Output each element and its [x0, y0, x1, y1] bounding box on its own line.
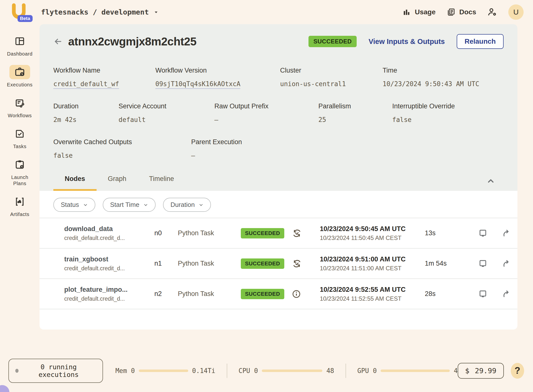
- user-settings-button[interactable]: [487, 7, 497, 17]
- tab-graph[interactable]: Graph: [97, 175, 138, 191]
- node-name-cell[interactable]: download_data credit_default.credit_d...: [64, 225, 154, 241]
- execution-title: atnnx2cwgmjx8m2cht25: [68, 35, 196, 48]
- table-row[interactable]: train_xgboost credit_default.credit_d...…: [40, 249, 517, 279]
- node-time-cell: 10/23/2024 9:50:45 AM UTC 10/23/2024 11:…: [320, 225, 425, 241]
- top-bar: Beta flytesnacks / development Usage: [0, 0, 533, 24]
- sidebar-label-workflows: Workflows: [8, 113, 32, 119]
- running-executions-button[interactable]: 0 running executions: [8, 359, 103, 383]
- monitor-icon: [478, 228, 488, 238]
- task-type: Python Task: [178, 290, 241, 298]
- info-icon[interactable]: [291, 289, 320, 299]
- relaunch-button[interactable]: Relaunch: [457, 34, 504, 49]
- chevron-down-icon: [199, 202, 204, 207]
- filter-start-time[interactable]: Start Time: [103, 198, 156, 212]
- status-badge: SUCCEEDED: [241, 258, 284, 269]
- detail-duration: Duration 2m 42s: [53, 102, 119, 123]
- sidebar-item-artifacts[interactable]: Artifacts: [9, 195, 30, 217]
- usage-label: Usage: [415, 8, 435, 16]
- sidebar-item-executions[interactable]: Executions: [7, 65, 33, 88]
- task-type: Python Task: [178, 229, 241, 237]
- node-id: n1: [154, 260, 178, 267]
- execution-header-section: atnnx2cwgmjx8m2cht25 SUCCEEDED View Inpu…: [40, 24, 517, 191]
- breadcrumb: flytesnacks / development: [41, 8, 149, 16]
- rerun-button[interactable]: [501, 259, 511, 269]
- monitor-icon: [478, 289, 488, 299]
- back-button[interactable]: [53, 37, 63, 46]
- memory-meter: Mem 0 0.14Ti: [115, 367, 215, 374]
- docs-label: Docs: [459, 8, 476, 16]
- sidebar-item-tasks[interactable]: Tasks: [9, 127, 30, 150]
- node-id: n0: [154, 229, 178, 237]
- tabs: Nodes Graph Timeline: [53, 175, 185, 191]
- redo-arrow-icon: [501, 289, 511, 299]
- title-actions: SUCCEEDED View Inputs & Outputs Relaunch: [308, 34, 504, 49]
- node-name-cell[interactable]: train_xgboost credit_default.credit_d...: [64, 255, 154, 272]
- rerun-button[interactable]: [501, 289, 511, 299]
- question-mark-icon: ?: [514, 365, 520, 376]
- divider: [227, 364, 227, 378]
- tab-nodes[interactable]: Nodes: [53, 175, 97, 191]
- divider: [346, 364, 346, 378]
- detail-parent-execution: Parent Execution –: [191, 138, 504, 159]
- top-nav: Usage Docs: [402, 4, 524, 20]
- logs-button[interactable]: [478, 228, 488, 238]
- status-bar: 0 running executions Mem 0 0.14Ti CPU 0 …: [0, 354, 533, 392]
- title-row: atnnx2cwgmjx8m2cht25 SUCCEEDED View Inpu…: [53, 24, 504, 49]
- node-duration: 28s: [425, 290, 478, 298]
- union-logo[interactable]: Beta: [10, 3, 30, 21]
- sidebar-item-launch-plans[interactable]: Launch Plans: [5, 157, 35, 187]
- view-inputs-outputs-link[interactable]: View Inputs & Outputs: [369, 38, 445, 46]
- detail-workflow-name: Workflow Name credit_default_wf: [53, 67, 155, 88]
- collapse-details-button[interactable]: [486, 176, 504, 191]
- chevron-up-icon: [486, 176, 495, 185]
- running-executions-label: 0 running executions: [25, 363, 92, 378]
- cache-status-icon[interactable]: [291, 258, 320, 269]
- filter-status[interactable]: Status: [53, 198, 95, 212]
- redo-arrow-icon: [501, 228, 511, 238]
- project-domain-selector[interactable]: flytesnacks / development: [41, 8, 159, 16]
- cpu-bar: [262, 370, 322, 372]
- table-row[interactable]: plot_feature_impo... credit_default.cred…: [40, 279, 517, 309]
- help-button[interactable]: ?: [511, 363, 524, 379]
- gpu-bar: [381, 370, 450, 372]
- cost-button[interactable]: $ 29.99: [458, 363, 504, 379]
- monitor-icon: [478, 259, 488, 269]
- detail-cluster: Cluster union-us-central1: [280, 67, 383, 88]
- logs-button[interactable]: [478, 289, 488, 299]
- sidebar-item-workflows[interactable]: Workflows: [8, 96, 32, 119]
- workflow-name-link[interactable]: credit_default_wf: [53, 80, 119, 89]
- table-row[interactable]: download_data credit_default.credit_d...…: [40, 218, 517, 249]
- chevron-down-icon: [153, 9, 159, 15]
- sidebar-item-dashboard[interactable]: Dashboard: [7, 34, 32, 57]
- artifacts-icon: [9, 195, 30, 209]
- back-arrow-icon: [53, 37, 63, 46]
- brand-area: Beta flytesnacks / development: [10, 3, 159, 21]
- cache-status-icon[interactable]: [291, 228, 320, 239]
- avatar[interactable]: U: [508, 4, 524, 20]
- filter-duration[interactable]: Duration: [163, 198, 211, 212]
- node-filters: Status Start Time Duration: [40, 191, 517, 218]
- node-name-cell[interactable]: plot_feature_impo... credit_default.cred…: [64, 286, 154, 302]
- sidebar-label-executions: Executions: [7, 82, 33, 88]
- bar-chart-icon: [402, 8, 411, 16]
- logs-button[interactable]: [478, 259, 488, 269]
- usage-button[interactable]: Usage: [402, 8, 435, 16]
- rerun-button[interactable]: [501, 228, 511, 238]
- tabs-row: Nodes Graph Timeline: [53, 175, 504, 191]
- app-root: Beta flytesnacks / development Usage: [0, 0, 533, 330]
- avatar-initial: U: [513, 8, 519, 16]
- dollar-icon: $: [465, 367, 469, 375]
- cost-value: 29.99: [475, 367, 496, 375]
- execution-panel: atnnx2cwgmjx8m2cht25 SUCCEEDED View Inpu…: [40, 24, 517, 330]
- detail-interruptible-override: Interruptible Override false: [392, 102, 504, 123]
- task-type: Python Task: [178, 260, 241, 267]
- node-time-cell: 10/23/2024 9:52:55 AM UTC 10/23/2024 11:…: [320, 286, 425, 302]
- redo-arrow-icon: [501, 259, 511, 269]
- workflow-version-link[interactable]: 09sjT10qTq4sK16kAOtxcA: [155, 80, 240, 89]
- tab-timeline[interactable]: Timeline: [138, 175, 185, 191]
- detail-workflow-version: Workflow Version 09sjT10qTq4sK16kAOtxcA: [155, 67, 280, 88]
- sidebar-label-artifacts: Artifacts: [10, 211, 29, 217]
- user-gear-icon: [487, 7, 497, 17]
- docs-button[interactable]: Docs: [447, 8, 476, 17]
- node-duration: 1m 54s: [425, 260, 478, 267]
